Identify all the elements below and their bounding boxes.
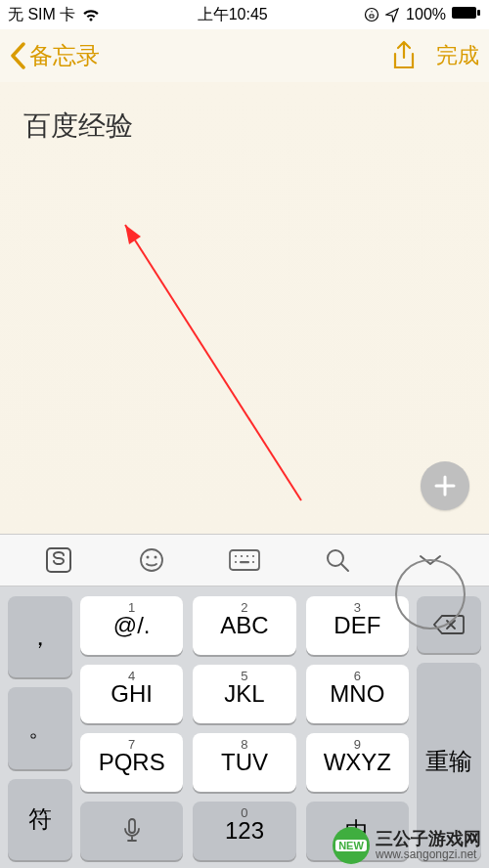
emoji-button[interactable] bbox=[132, 541, 171, 580]
svg-marker-4 bbox=[125, 225, 141, 244]
svg-point-6 bbox=[141, 549, 162, 571]
backspace-icon bbox=[432, 613, 466, 636]
clock-label: 上午10:45 bbox=[198, 5, 268, 25]
collapse-keyboard-button[interactable] bbox=[411, 541, 450, 580]
watermark-url: www.sangongzi.net bbox=[376, 848, 481, 861]
svg-point-7 bbox=[146, 556, 149, 559]
svg-rect-1 bbox=[452, 7, 476, 19]
watermark-badge-icon: NEW bbox=[333, 827, 370, 864]
key-4[interactable]: 4GHI bbox=[80, 665, 183, 723]
key-comma[interactable]: ， bbox=[8, 596, 72, 677]
back-label: 备忘录 bbox=[29, 40, 100, 71]
svg-rect-9 bbox=[230, 550, 259, 570]
annotation-arrow bbox=[27, 197, 321, 510]
svg-point-10 bbox=[235, 555, 237, 557]
key-5[interactable]: 5JKL bbox=[193, 665, 295, 723]
carrier-label: 无 SIM 卡 bbox=[8, 5, 75, 25]
key-period[interactable]: 。 bbox=[8, 687, 72, 768]
svg-line-18 bbox=[341, 564, 348, 571]
svg-line-3 bbox=[125, 225, 301, 500]
svg-point-8 bbox=[154, 556, 156, 559]
wifi-icon bbox=[81, 8, 101, 22]
key-3[interactable]: 3DEF bbox=[306, 596, 409, 655]
svg-rect-19 bbox=[129, 819, 135, 833]
keyboard-layout-button[interactable] bbox=[225, 541, 264, 580]
plus-icon bbox=[432, 473, 458, 499]
keyboard: ， 。 符 1@/. 2ABC 3DEF 4GHI 5JKL 6MNO 7PQR… bbox=[0, 586, 489, 868]
svg-rect-2 bbox=[477, 10, 480, 16]
done-button[interactable]: 完成 bbox=[436, 41, 479, 70]
location-icon bbox=[385, 8, 400, 22]
search-button[interactable] bbox=[318, 541, 357, 580]
key-7[interactable]: 7PQRS bbox=[80, 733, 183, 792]
watermark: NEW 三公子游戏网 www.sangongzi.net bbox=[333, 827, 481, 864]
svg-rect-16 bbox=[240, 561, 249, 563]
svg-point-12 bbox=[246, 555, 248, 557]
svg-point-15 bbox=[252, 561, 254, 563]
key-9[interactable]: 9WXYZ bbox=[306, 733, 409, 792]
chevron-left-icon bbox=[10, 42, 25, 69]
key-symbol[interactable]: 符 bbox=[8, 779, 72, 860]
share-button[interactable] bbox=[391, 40, 417, 71]
ime-toolbar bbox=[0, 534, 489, 586]
svg-point-13 bbox=[252, 555, 254, 557]
watermark-title: 三公子游戏网 bbox=[376, 830, 481, 849]
note-text: 百度经验 bbox=[23, 108, 466, 145]
sogou-icon[interactable] bbox=[39, 541, 78, 580]
nav-bar: 备忘录 完成 bbox=[0, 29, 489, 82]
mic-icon bbox=[122, 817, 142, 845]
key-backspace[interactable] bbox=[417, 596, 481, 653]
battery-percent: 100% bbox=[406, 6, 446, 23]
key-8[interactable]: 8TUV bbox=[193, 733, 295, 792]
lock-rotation-icon bbox=[364, 7, 379, 22]
back-button[interactable]: 备忘录 bbox=[10, 40, 100, 71]
key-123[interactable]: 0123 bbox=[193, 802, 295, 860]
add-button[interactable] bbox=[421, 461, 469, 510]
key-mic[interactable] bbox=[80, 802, 183, 860]
battery-icon bbox=[452, 6, 481, 23]
svg-point-14 bbox=[235, 561, 237, 563]
status-bar: 无 SIM 卡 上午10:45 100% bbox=[0, 0, 489, 29]
key-1[interactable]: 1@/. bbox=[80, 596, 183, 655]
key-2[interactable]: 2ABC bbox=[193, 596, 295, 655]
note-body[interactable]: 百度经验 bbox=[0, 82, 489, 534]
key-6[interactable]: 6MNO bbox=[306, 665, 409, 723]
svg-point-11 bbox=[241, 555, 243, 557]
